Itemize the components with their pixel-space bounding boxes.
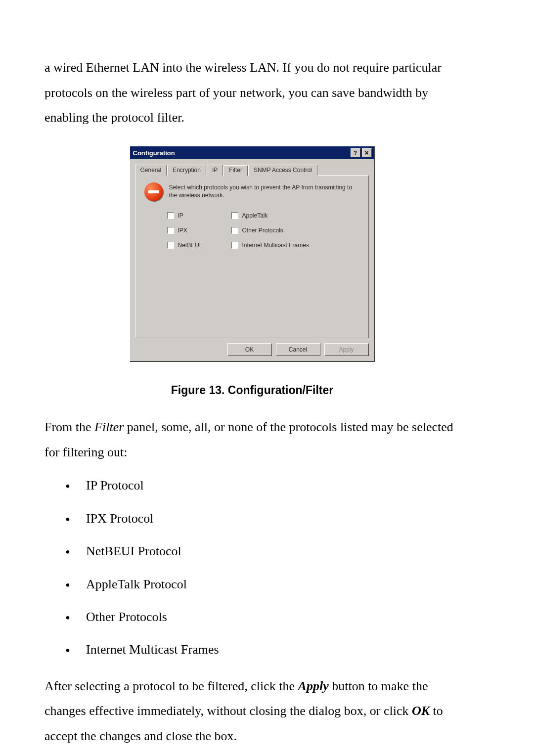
no-entry-icon [144,182,163,201]
list-item: IPX Protocol [65,510,460,528]
dialog-titlebar: Configuration [130,146,374,159]
checkbox-icon [231,227,238,234]
figure-caption: Figure 13. Configuration/Filter [44,384,460,397]
checkbox-netbeui[interactable]: NetBEUI [167,242,231,249]
tab-general[interactable]: General [135,165,167,176]
checkbox-label: NetBEUI [178,242,201,249]
cancel-button[interactable]: Cancel [276,343,320,356]
tab-snmp[interactable]: SNMP Access Control [248,165,317,176]
checkbox-icon [167,227,174,234]
list-item: Other Protocols [65,608,460,626]
list-item: IP Protocol [65,477,460,494]
ok-emphasis: OK [412,704,430,718]
text-span: After selecting a protocol to be filtere… [44,679,298,693]
filter-emphasis: Filter [94,420,124,434]
dialog-tabs: General Encryption IP Filter SNMP Access… [135,164,369,175]
tab-ip[interactable]: IP [207,165,223,176]
checkbox-label: IP [178,212,183,219]
checkbox-label: AppleTalk [242,212,268,219]
intro-paragraph: a wired Ethernet LAN into the wireless L… [44,55,460,131]
checkbox-icon [231,212,238,219]
checkbox-appletalk[interactable]: AppleTalk [231,212,359,219]
dialog-button-row: OK Cancel Apply [130,339,374,361]
apply-button[interactable]: Apply [324,343,369,356]
checkbox-icon [167,242,174,249]
ok-button[interactable]: OK [227,343,272,356]
checkbox-label: Internet Multicast Frames [242,242,309,249]
config-dialog: Configuration General Encryption IP Filt… [130,146,375,362]
checkbox-ip[interactable]: IP [167,212,231,219]
config-dialog-figure: Configuration General Encryption IP Filt… [130,146,375,362]
apply-emphasis: Apply [298,679,329,693]
tab-filter[interactable]: Filter [223,165,248,176]
checkbox-ipx[interactable]: IPX [167,227,231,234]
checkbox-icon [231,242,238,249]
checkbox-icon [167,212,174,219]
tab-encryption[interactable]: Encryption [167,165,206,176]
checkbox-internet-multicast-frames[interactable]: Internet Multicast Frames [231,242,359,249]
checkbox-label: IPX [178,227,187,234]
dialog-title: Configuration [133,149,349,157]
protocol-list: IP Protocol IPX Protocol NetBEUI Protoco… [44,477,460,659]
checkbox-label: Other Protocols [242,227,283,234]
list-item: Internet Multicast Frames [65,641,460,659]
filter-instruction-text: Select which protocols you wish to preve… [169,182,359,199]
after-figure-paragraph: From the Filter panel, some, all, or non… [44,415,460,465]
close-icon[interactable] [362,148,372,157]
list-item: AppleTalk Protocol [65,576,460,593]
tab-pane-filter: Select which protocols you wish to preve… [135,175,369,338]
text-span: From the [44,420,94,434]
after-list-paragraph: After selecting a protocol to be filtere… [44,674,460,749]
checkbox-other-protocols[interactable]: Other Protocols [231,227,359,234]
help-icon[interactable] [351,148,360,157]
list-item: NetBEUI Protocol [65,542,460,560]
